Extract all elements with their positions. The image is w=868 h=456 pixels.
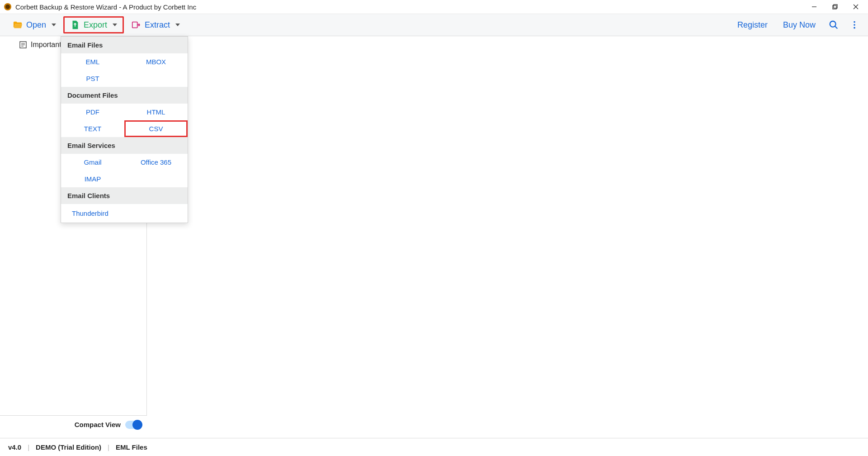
more-button[interactable] [845, 16, 863, 34]
export-option-gmail[interactable]: Gmail [61, 154, 124, 171]
file-export-icon [70, 20, 80, 30]
export-option-office365[interactable]: Office 365 [124, 154, 188, 171]
close-button[interactable] [845, 0, 866, 14]
svg-point-8 [830, 21, 836, 27]
minimize-button[interactable] [804, 0, 825, 14]
status-edition: DEMO (Trial Edition) [36, 443, 101, 451]
svg-rect-3 [833, 5, 836, 9]
svg-rect-7 [132, 22, 137, 28]
open-label: Open [26, 20, 46, 30]
register-link[interactable]: Register [731, 18, 774, 33]
chevron-down-icon [113, 24, 117, 26]
section-email-clients: Email Clients [61, 187, 188, 204]
folder-open-icon [13, 20, 23, 30]
file-icon [19, 41, 27, 49]
export-option-html[interactable]: HTML [124, 104, 188, 120]
chevron-down-icon [175, 24, 180, 26]
export-option-eml[interactable]: EML [61, 53, 124, 70]
export-option-csv[interactable]: CSV [124, 120, 188, 137]
toolbar: Open Export Extract Register Buy Now [0, 14, 868, 36]
search-icon [829, 20, 839, 30]
section-email-files: Email Files [61, 37, 188, 53]
extract-label: Extract [145, 20, 170, 30]
extract-icon [131, 20, 141, 30]
svg-point-12 [854, 27, 855, 29]
export-option-mbox[interactable]: MBOX [124, 53, 188, 70]
export-option-imap[interactable]: IMAP [61, 171, 124, 187]
more-vertical-icon [849, 20, 859, 30]
svg-line-9 [835, 26, 838, 29]
compact-view-label: Compact View [75, 421, 121, 428]
svg-point-10 [854, 21, 855, 23]
export-option-pst[interactable]: PST [61, 70, 124, 87]
compact-view-toggle[interactable] [125, 421, 142, 429]
svg-rect-4 [834, 5, 837, 8]
tree-item-label: Important I [31, 41, 65, 49]
export-option-pdf[interactable]: PDF [61, 104, 124, 120]
export-option-text[interactable]: TEXT [61, 120, 124, 137]
svg-point-1 [5, 5, 10, 9]
buy-now-link[interactable]: Buy Now [777, 18, 822, 33]
section-document-files: Document Files [61, 87, 188, 104]
svg-point-11 [854, 24, 855, 26]
extract-button[interactable]: Extract [127, 17, 184, 33]
search-button[interactable] [825, 16, 843, 34]
titlebar: Corbett Backup & Restore Wizard - A Prod… [0, 0, 868, 14]
statusbar: v4.0 | DEMO (Trial Edition) | EML Files [0, 438, 868, 456]
open-button[interactable]: Open [8, 17, 61, 33]
maximize-button[interactable] [825, 0, 845, 14]
compact-view-bar: Compact View [0, 415, 147, 433]
main-content [147, 36, 868, 433]
app-icon [4, 3, 12, 11]
window-title: Corbett Backup & Restore Wizard - A Prod… [15, 3, 196, 11]
section-email-services: Email Services [61, 137, 188, 154]
status-filetype: EML Files [116, 443, 147, 451]
chevron-down-icon [52, 24, 56, 26]
export-dropdown: Email Files EML MBOX PST Document Files … [61, 36, 188, 223]
status-version: v4.0 [8, 443, 21, 451]
export-option-thunderbird[interactable]: Thunderbird [61, 204, 188, 223]
export-label: Export [84, 20, 107, 30]
export-button[interactable]: Export [63, 16, 124, 33]
